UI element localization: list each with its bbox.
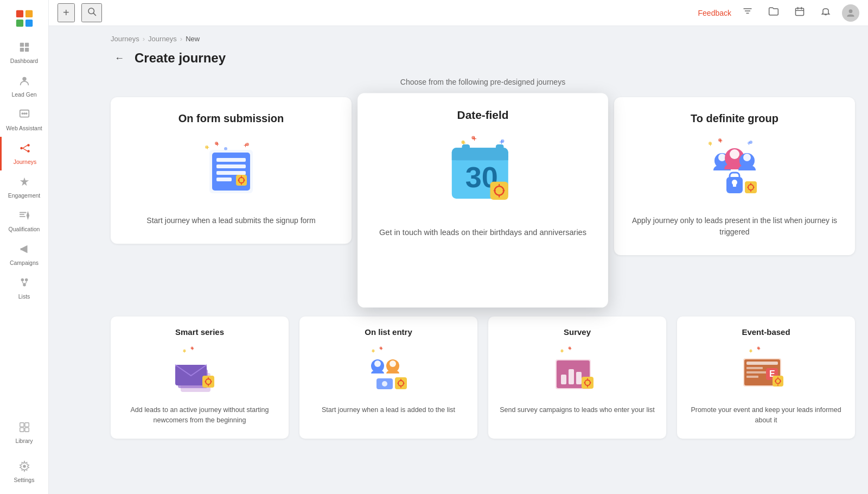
svg-rect-64 (462, 144, 470, 151)
sidebar-item-label: Web Assistant (6, 125, 42, 131)
svg-text:+: + (560, 349, 564, 354)
svg-point-20 (23, 283, 26, 287)
dashboard-icon (18, 41, 30, 55)
svg-point-15 (27, 150, 30, 153)
main-content: Journeys › Journeys › New ← Create journ… (98, 26, 868, 494)
app-logo[interactable] (11, 5, 37, 31)
back-button[interactable]: ← (111, 49, 128, 67)
journey-card-smart-series[interactable]: Smart series + + (111, 316, 289, 439)
feedback-button[interactable]: Feedback (698, 9, 731, 17)
sidebar: Dashboard Lead Gen Web Assistant Journey… (0, 0, 49, 494)
sidebar-item-qualification[interactable]: Qualification (0, 204, 48, 238)
card-title: On form submission (178, 112, 284, 125)
sidebar-item-label: Engagement (8, 192, 41, 199)
svg-text:+: + (719, 137, 723, 145)
lists-icon (18, 277, 30, 291)
svg-text:+: + (215, 141, 219, 148)
svg-rect-24 (24, 428, 28, 432)
svg-point-25 (23, 465, 26, 468)
svg-text:+: + (757, 346, 761, 352)
sidebar-item-label: Settings (14, 477, 35, 483)
svg-rect-130 (561, 375, 566, 384)
svg-text:+: + (380, 346, 383, 352)
journey-card-definite-group[interactable]: To definite group + + + (614, 97, 855, 255)
sidebar-item-web-assistant[interactable]: Web Assistant (0, 103, 48, 137)
svg-rect-146 (746, 367, 763, 369)
settings-icon (18, 460, 30, 474)
card-desc: Add leads to an active journey without s… (120, 405, 279, 426)
svg-rect-65 (496, 144, 504, 151)
user-avatar[interactable] (842, 4, 859, 22)
svg-marker-16 (26, 211, 29, 220)
card-illustration-form: + + + (196, 134, 266, 204)
svg-rect-132 (576, 372, 582, 384)
svg-rect-148 (746, 376, 758, 378)
sidebar-item-label: Qualification (9, 226, 40, 232)
journey-card-event-based[interactable]: Event-based + + E (677, 316, 855, 439)
card-desc: Apply journey only to leads present in t… (627, 215, 842, 238)
svg-rect-48 (216, 178, 232, 181)
web-assistant-icon (18, 109, 30, 123)
svg-rect-21 (20, 423, 23, 427)
library-icon (18, 421, 30, 435)
svg-text:+: + (206, 144, 209, 151)
svg-point-11 (23, 112, 25, 115)
sidebar-item-settings[interactable]: Settings (0, 455, 48, 489)
card-illustration-event: + + E (739, 343, 793, 397)
breadcrumb-journeys-1[interactable]: Journeys (111, 35, 139, 43)
card-desc: Start journey when a lead submits the si… (146, 215, 315, 226)
sidebar-item-label: Journeys (14, 159, 37, 165)
svg-point-115 (390, 360, 396, 367)
bell-icon[interactable] (816, 4, 835, 22)
sidebar-item-label: Dashboard (10, 58, 38, 64)
svg-point-84 (743, 154, 751, 161)
sidebar-item-library[interactable]: Library (0, 416, 48, 449)
card-illustration-date: + + + 30 (441, 131, 525, 216)
engagement-icon (18, 176, 30, 190)
sidebar-item-campaigns[interactable]: Campaigns (0, 238, 48, 271)
sidebar-item-journeys[interactable]: Journeys (0, 137, 48, 170)
svg-rect-147 (746, 371, 768, 373)
bottom-cards-row: Smart series + + (111, 316, 855, 439)
svg-point-82 (730, 149, 739, 159)
search-button[interactable] (81, 3, 102, 22)
filter-icon[interactable] (738, 4, 757, 22)
card-title: On list entry (365, 327, 412, 337)
svg-point-35 (849, 9, 853, 13)
card-illustration-group: + + + (699, 134, 770, 204)
sidebar-item-lists[interactable]: Lists (0, 271, 48, 305)
svg-line-27 (93, 13, 95, 15)
sidebar-item-dashboard[interactable]: Dashboard (0, 36, 48, 69)
svg-rect-1 (25, 10, 32, 17)
journey-card-survey[interactable]: Survey + + (488, 316, 666, 439)
svg-rect-17 (20, 248, 22, 250)
svg-point-14 (27, 144, 30, 147)
campaigns-icon (18, 243, 30, 257)
svg-point-10 (21, 112, 23, 115)
svg-point-117 (382, 381, 387, 387)
svg-rect-45 (216, 158, 246, 162)
breadcrumb-journeys-2[interactable]: Journeys (148, 35, 177, 43)
svg-rect-88 (733, 182, 736, 187)
sidebar-item-engagement[interactable]: Engagement (0, 170, 48, 204)
breadcrumb: Journeys › Journeys › New (111, 35, 855, 43)
sidebar-item-lead-gen[interactable]: Lead Gen (0, 69, 48, 103)
card-desc: Send survey campaigns to leads who enter… (500, 405, 655, 415)
page-title: Create journey (135, 50, 226, 66)
svg-text:+: + (244, 142, 247, 149)
svg-point-80 (718, 154, 726, 161)
svg-point-12 (25, 112, 27, 115)
svg-rect-31 (796, 8, 804, 15)
journey-card-list-entry[interactable]: On list entry + + (299, 316, 477, 439)
add-button[interactable]: + (58, 3, 75, 22)
svg-rect-145 (746, 362, 778, 365)
svg-rect-22 (24, 423, 28, 427)
qualification-icon (18, 210, 30, 224)
journey-card-date-field[interactable]: Date-field + + + (358, 93, 608, 307)
folder-icon[interactable] (764, 4, 783, 22)
svg-text:+: + (183, 349, 186, 354)
journey-card-form-submission[interactable]: On form submission + + + (111, 97, 352, 244)
svg-rect-2 (16, 20, 23, 27)
calendar-icon[interactable] (790, 4, 809, 22)
card-title: Smart series (175, 327, 224, 337)
